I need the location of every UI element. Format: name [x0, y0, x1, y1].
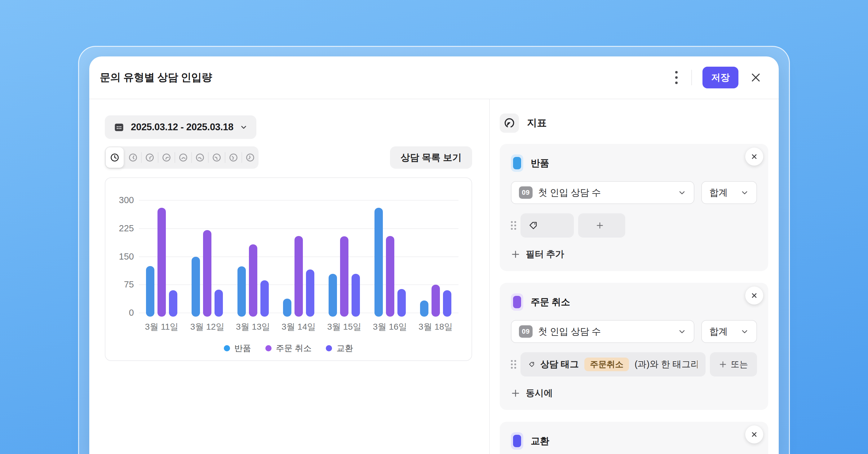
filter-row: 상담 태그 주문취소 (과)와 한 태그라도 일치 또는 [511, 352, 757, 376]
bar-주문 취소-3월 18일[interactable] [432, 285, 440, 316]
time-granularity-segment-2[interactable] [125, 146, 142, 169]
aggregation-select[interactable]: 합계 [701, 320, 757, 343]
metrics-panel: 지표 반품 09 첫 인입 상담 수 합계 [489, 99, 779, 454]
bar-교환-3월 15일[interactable] [351, 274, 360, 316]
time-granularity-segment-5[interactable] [175, 146, 192, 169]
y-axis-tick-225: 225 [115, 223, 134, 234]
remove-metric-icon[interactable] [745, 286, 763, 305]
metric-card-반품: 반품 09 첫 인입 상담 수 합계 [500, 144, 768, 271]
filter-condition[interactable]: 상담 태그 주문취소 (과)와 한 태그라도 일치 [521, 352, 706, 376]
bar-주문 취소-3월 15일[interactable] [340, 236, 348, 316]
x-axis-label: 3월 11일 [139, 321, 184, 333]
remove-metric-icon[interactable] [745, 148, 763, 165]
metric-selects-row: 09 첫 인입 상담 수 합계 [511, 320, 757, 343]
view-conversation-list-button[interactable]: 상담 목록 보기 [390, 146, 472, 169]
bar-반품-3월 13일[interactable] [238, 266, 246, 316]
x-axis-label: 3월 13일 [230, 321, 276, 333]
metric-select-value: 첫 인입 상담 수 [538, 325, 672, 338]
close-icon[interactable] [749, 71, 763, 84]
bar-group-3월 11일 [139, 200, 184, 313]
legend-item-교환[interactable]: 교환 [326, 343, 353, 354]
x-axis-label: 3월 14일 [276, 321, 321, 333]
clock-icon [245, 153, 255, 162]
save-button[interactable]: 저장 [703, 67, 738, 88]
bar-반품-3월 14일[interactable] [283, 299, 291, 316]
bar-group-3월 14일 [276, 200, 321, 313]
bar-교환-3월 18일[interactable] [443, 290, 452, 316]
x-axis-label: 3월 18일 [413, 321, 459, 333]
time-granularity-segment-6[interactable] [192, 146, 208, 169]
add-or-condition-button[interactable] [578, 213, 625, 238]
aggregation-select[interactable]: 합계 [701, 181, 757, 204]
add-and-condition-button[interactable]: 동시에 [511, 387, 553, 399]
x-axis-label: 3월 12일 [184, 321, 230, 333]
time-granularity-segment-4[interactable] [158, 146, 175, 169]
bar-주문 취소-3월 11일[interactable] [157, 208, 166, 316]
metric-select[interactable]: 09 첫 인입 상담 수 [511, 181, 694, 204]
clock-icon [212, 153, 222, 162]
time-granularity-segment-9[interactable] [242, 146, 258, 169]
remove-metric-icon[interactable] [745, 425, 763, 444]
bar-주문 취소-3월 16일[interactable] [386, 236, 394, 316]
legend-dot [326, 345, 332, 351]
metric-cards: 반품 09 첫 인입 상담 수 합계 [500, 144, 768, 454]
bar-교환-3월 16일[interactable] [397, 289, 406, 316]
metric-name: 주문 취소 [531, 296, 570, 308]
metrics-panel-header: 지표 [500, 114, 768, 133]
time-granularity-segment-1[interactable] [106, 147, 124, 168]
bar-반품-3월 18일[interactable] [420, 301, 428, 316]
filter-tag-badge [549, 219, 560, 232]
chevron-down-icon [740, 327, 749, 336]
bar-교환-3월 12일[interactable] [215, 290, 223, 316]
modal-header: 문의 유형별 상담 인입량 저장 [89, 56, 779, 99]
drag-handle[interactable] [511, 221, 516, 230]
time-granularity-segment-8[interactable] [225, 146, 242, 169]
header-actions: 저장 [672, 67, 763, 88]
bar-반품-3월 15일[interactable] [329, 274, 337, 316]
x-axis-label: 3월 15일 [321, 321, 367, 333]
bar-반품-3월 16일[interactable] [374, 208, 383, 316]
metric-count-badge: 09 [519, 186, 533, 199]
tag-icon [529, 221, 538, 230]
add-filter-button[interactable]: 필터 추가 [511, 248, 564, 261]
bar-주문 취소-3월 12일[interactable] [203, 230, 211, 316]
add-or-condition-button[interactable]: 또는 [710, 352, 757, 376]
calendar-icon [114, 122, 125, 133]
legend-label: 주문 취소 [276, 343, 312, 354]
chart-legend: 반품주문 취소교환 [105, 343, 471, 354]
bar-교환-3월 11일[interactable] [169, 290, 177, 316]
metric-color-swatch [511, 293, 523, 311]
filter-condition[interactable] [521, 213, 574, 238]
bar-반품-3월 11일[interactable] [146, 266, 154, 316]
clock-icon [145, 153, 155, 162]
date-range-picker[interactable]: 2025.03.12 - 2025.03.18 [105, 115, 256, 139]
bar-group-3월 15일 [321, 200, 367, 313]
metric-title-row: 교환 [511, 432, 757, 450]
chart-area: 2025.03.12 - 2025.03.18 상담 목록 보기 0751502… [89, 99, 489, 454]
page-title: 문의 유형별 상담 인입량 [100, 70, 212, 85]
bar-교환-3월 13일[interactable] [260, 280, 269, 316]
legend-item-반품[interactable]: 반품 [224, 343, 251, 354]
bar-반품-3월 12일[interactable] [192, 257, 200, 317]
bar-교환-3월 14일[interactable] [306, 270, 314, 316]
legend-item-주문 취소[interactable]: 주문 취소 [266, 343, 312, 354]
chevron-down-icon [740, 188, 749, 197]
y-axis-tick-150: 150 [115, 251, 134, 262]
more-menu-icon[interactable] [672, 68, 681, 87]
bar-주문 취소-3월 14일[interactable] [294, 236, 303, 316]
metric-card-교환: 교환 09 첫 인입 상담 수 합계 상담 태그 교환 (과)와 한 태그라도 … [500, 422, 768, 454]
legend-dot [266, 345, 272, 351]
filter-field-label: 상담 태그 [540, 358, 579, 370]
legend-dot [224, 345, 230, 351]
date-range-value: 2025.03.12 - 2025.03.18 [131, 122, 234, 133]
clock-icon [110, 153, 120, 162]
bar-주문 취소-3월 13일[interactable] [249, 244, 257, 316]
time-granularity-segment-7[interactable] [208, 146, 225, 169]
x-axis-label: 3월 16일 [367, 321, 413, 333]
metric-select[interactable]: 09 첫 인입 상담 수 [511, 320, 694, 343]
filter-tag-badge: 주문취소 [584, 358, 629, 371]
aggregation-select-value: 합계 [709, 325, 735, 338]
time-granularity-segment-3[interactable] [142, 146, 158, 169]
drag-handle[interactable] [511, 360, 516, 369]
bar-group-3월 12일 [184, 200, 230, 313]
